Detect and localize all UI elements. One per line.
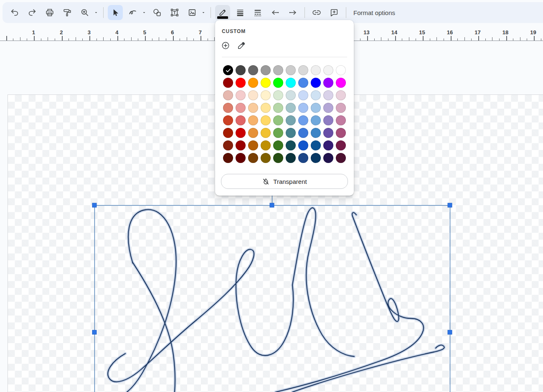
add-custom-color-button[interactable]	[219, 39, 232, 52]
color-swatch[interactable]	[248, 103, 258, 113]
color-swatch[interactable]	[323, 65, 333, 75]
color-swatch[interactable]	[248, 128, 258, 138]
color-swatch[interactable]	[223, 115, 233, 125]
color-swatch[interactable]	[298, 103, 308, 113]
color-swatch[interactable]	[286, 115, 296, 125]
color-swatch[interactable]	[248, 115, 258, 125]
color-swatch[interactable]	[223, 153, 233, 163]
color-swatch[interactable]	[236, 78, 246, 88]
color-swatch[interactable]	[286, 78, 296, 88]
color-swatch[interactable]	[298, 128, 308, 138]
color-swatch[interactable]	[336, 140, 346, 150]
zoom-button[interactable]	[77, 5, 92, 20]
select-button[interactable]	[108, 5, 123, 20]
color-swatch[interactable]	[273, 140, 283, 150]
color-swatch[interactable]	[273, 128, 283, 138]
color-swatch[interactable]	[298, 78, 308, 88]
line-weight-button[interactable]	[233, 5, 248, 20]
zoom-dropdown-caret[interactable]	[93, 5, 99, 20]
color-swatch[interactable]	[286, 140, 296, 150]
color-swatch[interactable]	[311, 78, 321, 88]
color-swatch[interactable]	[336, 90, 346, 100]
line-end-arrow-button[interactable]	[285, 5, 300, 20]
color-swatch[interactable]	[223, 128, 233, 138]
color-swatch[interactable]	[336, 78, 346, 88]
color-swatch[interactable]	[248, 140, 258, 150]
color-swatch[interactable]	[286, 128, 296, 138]
paint-format-button[interactable]	[60, 5, 75, 20]
undo-button[interactable]	[7, 5, 22, 20]
line-start-arrow-button[interactable]	[268, 5, 283, 20]
color-swatch[interactable]	[236, 103, 246, 113]
insert-image-button[interactable]	[185, 5, 200, 20]
color-swatch[interactable]	[223, 78, 233, 88]
color-swatch[interactable]	[323, 140, 333, 150]
color-swatch[interactable]	[286, 153, 296, 163]
color-swatch[interactable]	[298, 140, 308, 150]
color-swatch[interactable]	[298, 90, 308, 100]
color-swatch[interactable]	[323, 115, 333, 125]
color-swatch[interactable]	[261, 140, 271, 150]
color-swatch[interactable]	[236, 153, 246, 163]
color-swatch[interactable]	[248, 78, 258, 88]
color-swatch[interactable]	[286, 90, 296, 100]
color-swatch[interactable]	[336, 103, 346, 113]
line-tool-button[interactable]	[125, 5, 140, 20]
insert-image-dropdown-caret[interactable]	[200, 5, 206, 20]
color-swatch[interactable]	[273, 78, 283, 88]
insert-link-button[interactable]	[309, 5, 324, 20]
insert-comment-button[interactable]	[327, 5, 342, 20]
color-swatch[interactable]	[298, 65, 308, 75]
color-swatch[interactable]	[273, 65, 283, 75]
color-swatch[interactable]	[261, 103, 271, 113]
color-swatch[interactable]	[336, 65, 346, 75]
color-swatch[interactable]	[323, 153, 333, 163]
color-swatch[interactable]	[311, 115, 321, 125]
line-color-button[interactable]	[215, 5, 230, 20]
color-swatch[interactable]	[336, 128, 346, 138]
color-swatch[interactable]	[298, 153, 308, 163]
color-swatch[interactable]	[311, 65, 321, 75]
color-swatch[interactable]	[261, 115, 271, 125]
color-swatch[interactable]	[261, 90, 271, 100]
color-swatch[interactable]	[273, 103, 283, 113]
color-swatch[interactable]	[323, 90, 333, 100]
color-swatch[interactable]	[311, 153, 321, 163]
color-swatch[interactable]	[261, 78, 271, 88]
color-swatch[interactable]	[323, 128, 333, 138]
color-swatch[interactable]	[236, 90, 246, 100]
color-swatch[interactable]	[323, 103, 333, 113]
color-swatch[interactable]	[273, 115, 283, 125]
color-swatch[interactable]	[336, 153, 346, 163]
color-swatch[interactable]	[248, 153, 258, 163]
color-swatch[interactable]	[261, 128, 271, 138]
color-swatch[interactable]	[323, 78, 333, 88]
color-swatch[interactable]	[311, 128, 321, 138]
color-swatch[interactable]	[261, 153, 271, 163]
color-swatch[interactable]	[223, 103, 233, 113]
eyedropper-button[interactable]	[235, 39, 248, 52]
color-swatch[interactable]	[248, 90, 258, 100]
redo-button[interactable]	[25, 5, 40, 20]
color-swatch[interactable]	[236, 140, 246, 150]
shape-button[interactable]	[150, 5, 165, 20]
color-swatch[interactable]	[273, 90, 283, 100]
line-tool-dropdown-caret[interactable]	[141, 5, 147, 20]
color-swatch[interactable]	[311, 103, 321, 113]
line-dash-button[interactable]	[250, 5, 265, 20]
color-swatch[interactable]	[223, 90, 233, 100]
color-swatch[interactable]	[236, 128, 246, 138]
color-swatch[interactable]	[311, 140, 321, 150]
color-swatch[interactable]	[236, 65, 246, 75]
color-swatch[interactable]	[273, 153, 283, 163]
color-swatch[interactable]	[298, 115, 308, 125]
color-swatch[interactable]	[286, 65, 296, 75]
print-button[interactable]	[42, 5, 57, 20]
color-swatch[interactable]	[223, 140, 233, 150]
color-swatch[interactable]	[223, 65, 233, 75]
color-swatch[interactable]	[236, 115, 246, 125]
format-options-button[interactable]: Format options	[349, 7, 401, 19]
color-swatch[interactable]	[286, 103, 296, 113]
color-swatch[interactable]	[261, 65, 271, 75]
color-swatch[interactable]	[311, 90, 321, 100]
